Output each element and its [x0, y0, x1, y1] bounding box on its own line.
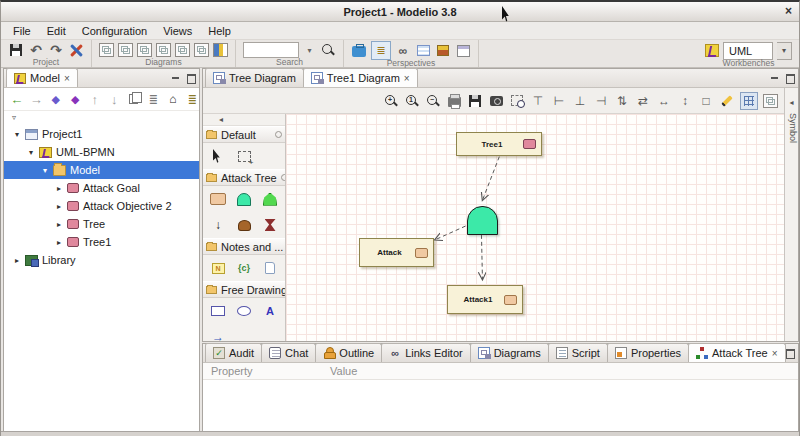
bottom-tab-close-icon[interactable]: ×	[772, 348, 778, 359]
project-perspective-button[interactable]	[351, 43, 367, 58]
node-attack[interactable]: Attack	[359, 238, 434, 267]
workbench-select[interactable]: UML	[723, 42, 773, 60]
forward-button[interactable]: →	[30, 92, 44, 107]
editor-tab-close-icon[interactable]: ×	[404, 73, 410, 84]
search-button[interactable]	[320, 43, 336, 58]
node-attack1[interactable]: Attack1	[447, 285, 523, 314]
search-dropdown-button[interactable]: ▾	[303, 42, 316, 58]
align-top-button[interactable]	[530, 93, 546, 109]
screenshot-button[interactable]	[488, 93, 504, 109]
align-right-button[interactable]	[593, 93, 609, 109]
tab-script[interactable]: Script	[548, 343, 608, 362]
node-and-gate[interactable]	[467, 206, 498, 235]
link-tool[interactable]: ↓	[205, 215, 231, 235]
rectangle-tool[interactable]	[205, 301, 231, 321]
minimize-editor-button[interactable]	[770, 73, 779, 82]
activity-diagram-icon[interactable]	[175, 43, 190, 57]
expand-arrow-icon[interactable]: ▸	[54, 202, 64, 211]
same-width-button[interactable]	[635, 93, 651, 109]
select-tool[interactable]	[205, 146, 231, 166]
expand-arrow-icon[interactable]: ▾	[12, 130, 22, 139]
menu-help[interactable]: Help	[200, 24, 239, 38]
expand-arrow-icon[interactable]: ▸	[54, 220, 64, 229]
maximize-panel-button[interactable]	[186, 73, 195, 82]
attack-node-tool[interactable]	[205, 189, 231, 209]
property-table-body[interactable]	[203, 380, 798, 432]
palette-collapse-button[interactable]: ◂	[203, 114, 285, 126]
column-value[interactable]: Value	[330, 365, 357, 377]
minimize-panel-button[interactable]	[171, 73, 180, 82]
configure-content-button[interactable]: ≣	[186, 93, 200, 106]
window-close-button[interactable]: ×	[785, 4, 792, 18]
node-tree1[interactable]: Tree1	[456, 132, 542, 156]
move-down-button[interactable]: ↓	[108, 92, 122, 107]
pin-icon[interactable]	[275, 131, 282, 138]
tab-links-editor[interactable]: ∞ Links Editor	[381, 343, 470, 362]
constraint-tool[interactable]: {c}	[231, 258, 257, 278]
copy-view-button[interactable]	[127, 94, 141, 104]
tree-item-model[interactable]: ▾ Model	[4, 161, 199, 179]
tree-item-project1[interactable]: ▾ Project1	[4, 125, 199, 143]
edge-gate-attack[interactable]	[435, 226, 466, 240]
edge-tree1-gate[interactable]	[482, 157, 499, 201]
zoom-out-button[interactable]: −	[425, 93, 441, 109]
composite-diagram-icon[interactable]	[156, 43, 171, 57]
package-diagram-icon[interactable]	[118, 43, 133, 57]
distribute-vertical-button[interactable]	[677, 93, 693, 109]
expand-arrow-icon[interactable]: ▸	[12, 256, 22, 265]
tree-item-library[interactable]: ▸ Library	[4, 251, 199, 269]
redo-button[interactable]: ↷	[48, 43, 64, 58]
tab-properties[interactable]: Properties	[607, 343, 689, 362]
configurator-button[interactable]	[68, 43, 84, 58]
tree-item-attack-goal[interactable]: ▸ Attack Goal	[4, 179, 199, 197]
expand-arrow-icon[interactable]: ▾	[26, 148, 36, 157]
extra-perspective-button[interactable]	[435, 43, 451, 58]
state-diagram-icon[interactable]	[194, 43, 209, 57]
print-button[interactable]	[446, 93, 462, 109]
tab-tree-diagram[interactable]: Tree Diagram	[205, 68, 304, 87]
tree-item-uml-bpmn[interactable]: ▾ UML-BPMN	[4, 143, 199, 161]
edge-gate-attack1[interactable]	[481, 235, 482, 280]
style-editor-button[interactable]	[719, 93, 735, 109]
palette-group-notes[interactable]: Notes and ...	[203, 238, 285, 255]
tree-item-attack-objective-2[interactable]: ▸ Attack Objective 2	[4, 197, 199, 215]
tree-item-tree[interactable]: ▸ Tree	[4, 215, 199, 233]
line-tool[interactable]: →	[205, 327, 231, 341]
undo-button[interactable]: ↶	[28, 43, 44, 58]
same-height-button[interactable]	[614, 93, 630, 109]
save-image-button[interactable]	[467, 93, 483, 109]
maximize-editor-button[interactable]	[785, 73, 794, 82]
matrix-diagram-icon[interactable]	[213, 43, 228, 57]
distribute-horizontal-button[interactable]	[656, 93, 672, 109]
maximize-bottom-panel-button[interactable]	[785, 348, 794, 357]
tab-model[interactable]: Model ×	[6, 68, 78, 87]
and-gate-tool[interactable]	[231, 189, 257, 209]
search-input[interactable]	[243, 42, 299, 58]
tab-audit[interactable]: ✓ Audit	[205, 343, 262, 362]
move-up-button[interactable]: ↑	[88, 92, 102, 107]
zoom-selection-button[interactable]	[509, 93, 525, 109]
palette-group-free-drawing[interactable]: Free Drawing	[203, 281, 285, 298]
expand-arrow-icon[interactable]: ▾	[40, 166, 50, 175]
next-diamond-button[interactable]: ◆	[69, 93, 83, 106]
column-property[interactable]: Property	[203, 365, 330, 377]
home-button[interactable]: ⌂	[166, 92, 180, 106]
save-project-button[interactable]	[8, 43, 24, 58]
tab-outline[interactable]: Outline	[315, 343, 382, 362]
palette-group-attack-tree[interactable]: Attack Tree	[203, 169, 285, 186]
menu-edit[interactable]: Edit	[39, 24, 74, 38]
window-perspective-button[interactable]	[455, 43, 471, 58]
text-tool[interactable]: A	[257, 301, 283, 321]
tab-diagrams[interactable]: Diagrams	[470, 343, 549, 362]
symbol-panel-collapsed[interactable]: ◂ Symbol	[784, 88, 798, 341]
page-setup-button[interactable]	[763, 94, 778, 108]
document-tool[interactable]	[257, 258, 283, 278]
expand-arrow-icon[interactable]: ▸	[54, 184, 64, 193]
previous-diamond-button[interactable]: ◆	[49, 93, 63, 106]
fit-frame-button[interactable]	[698, 93, 714, 109]
align-bottom-button[interactable]	[572, 93, 588, 109]
align-left-button[interactable]	[551, 93, 567, 109]
note-tool[interactable]: N	[205, 258, 231, 278]
view-menu-chevron[interactable]: ▿	[4, 111, 199, 123]
ellipse-tool[interactable]	[231, 301, 257, 321]
